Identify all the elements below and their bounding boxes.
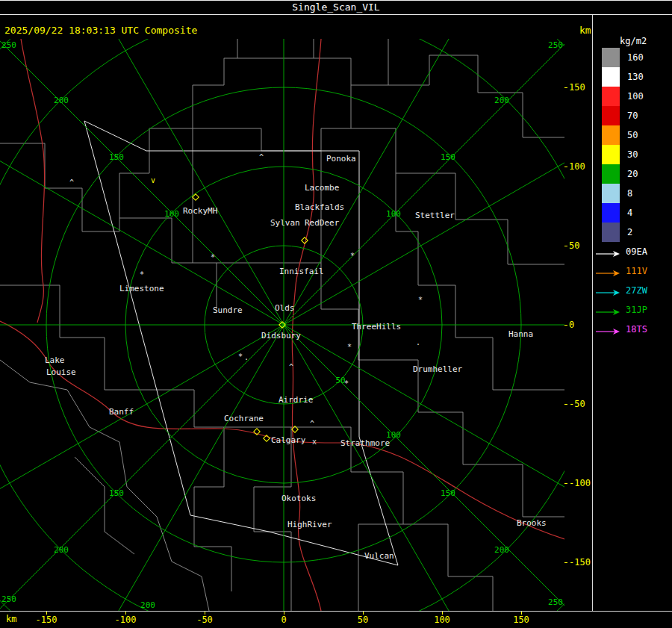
color-swatch: [602, 223, 620, 242]
color-swatch: [602, 48, 620, 67]
town-label-vulcan: Vulcan: [364, 551, 394, 561]
radar-arrow-icon: [594, 325, 621, 339]
range-ring-label: 200: [54, 96, 69, 105]
color-scale-row: 160: [593, 48, 672, 67]
town-label-blackfalds: Blackfalds: [295, 202, 344, 212]
point-marker: ^: [69, 179, 74, 187]
radar-arrow-icon: [594, 305, 621, 320]
color-scale-value: 70: [627, 111, 638, 121]
timestamp: 2025/09/22 18:03:13 UTC Composite: [4, 25, 197, 36]
color-scale-value: 2: [627, 227, 632, 237]
color-scale-row: 50: [593, 125, 672, 145]
range-ring-label: 150: [441, 152, 455, 162]
y-axis-unit-label: km: [579, 25, 591, 36]
range-ring-label: 100: [164, 209, 179, 219]
point-marker: *: [238, 353, 243, 361]
range-ring-label: 200: [494, 96, 509, 105]
town-label-ponoka: Ponoka: [326, 154, 356, 164]
range-ring-label: 250: [1, 594, 16, 604]
point-marker: *: [140, 271, 144, 279]
town-label-drumheller: Drumheller: [413, 364, 462, 374]
town-label-lacombe: Lacombe: [305, 183, 339, 193]
radar-site-row: 09EA: [593, 242, 672, 261]
town-label-cochrane: Cochrane: [224, 414, 264, 423]
point-marker: *: [211, 254, 215, 261]
point-marker: *: [344, 380, 349, 388]
town-label-calgary: Calgary: [271, 435, 305, 445]
y-axis-tick: [564, 404, 567, 405]
y-axis-tick: [564, 87, 567, 88]
color-scale-row: 8: [593, 184, 672, 203]
town-label-highriver: HighRiver: [287, 520, 332, 529]
color-swatch: [602, 203, 620, 223]
window-title: Single_Scan_VIL: [292, 1, 379, 13]
legend-panel: kg/m2 16013010070503020842 09EA111V27ZW3…: [593, 15, 672, 611]
range-ring-label: 100: [386, 209, 401, 219]
y-axis-tick: [564, 562, 567, 563]
y-axis-tick: [564, 167, 567, 167]
right-axis: 150100500-50-100-150: [564, 39, 592, 611]
point-marker: v: [151, 177, 155, 184]
town-label-threehills: ThreeHills: [352, 322, 401, 332]
y-axis-label: 0: [569, 320, 574, 330]
color-scale-row: 70: [593, 106, 672, 125]
town-label-lake: Lake: [45, 355, 65, 365]
color-scale-row: 100: [593, 87, 672, 106]
color-scale-row: 4: [593, 203, 672, 223]
radar-arrow-icon: [594, 247, 621, 261]
point-marker: *: [347, 343, 352, 351]
point-marker: ·: [416, 341, 420, 349]
town-label-strathmore: Strathmore: [340, 438, 390, 448]
town-label-hanna: Hanna: [508, 329, 533, 339]
town-label-banff: Banff: [109, 407, 134, 417]
radar-arrow-icon: [594, 286, 621, 300]
color-scale-value: 100: [627, 91, 644, 102]
color-swatch: [602, 67, 620, 87]
range-ring-label: 200: [54, 545, 69, 555]
radar-site-id: 31JP: [626, 305, 647, 315]
x-axis-label: 50: [358, 615, 368, 625]
point-marker: x: [312, 438, 317, 446]
radar-site-row: 27ZW: [593, 281, 672, 300]
color-scale-value: 50: [627, 130, 638, 140]
x-axis-label: 100: [434, 615, 450, 625]
range-ring-label: 250: [1, 40, 16, 50]
x-axis-unit-label: km: [6, 614, 16, 624]
color-scale-row: 30: [593, 145, 672, 164]
color-scale-row: 20: [593, 164, 672, 184]
color-swatch: [602, 125, 620, 145]
point-marker: ^: [289, 364, 293, 371]
color-swatch: [602, 87, 620, 106]
range-ring-label: 150: [109, 488, 124, 498]
color-scale-value: 20: [627, 169, 638, 179]
y-axis-label: 50: [569, 240, 579, 251]
town-label-olds: Olds: [275, 303, 295, 313]
y-axis-label: -100: [569, 478, 591, 488]
range-ring-label: 200: [140, 600, 155, 610]
range-ring-label: 250: [548, 40, 563, 50]
x-axis-label: -50: [196, 615, 213, 625]
color-swatch: [602, 184, 620, 203]
town-label-sundre: Sundre: [213, 305, 243, 315]
x-axis-label: 0: [281, 615, 286, 625]
x-axis-label: -100: [115, 615, 137, 625]
radar-arrow-icon: [594, 267, 621, 281]
town-label-limestone: Limestone: [119, 284, 164, 293]
y-axis-tick: [564, 483, 567, 484]
point-marker: *: [418, 296, 423, 304]
legend-unit-label: kg/m2: [620, 36, 647, 46]
color-scale-value: 160: [627, 52, 644, 63]
radar-site-id: 27ZW: [626, 285, 647, 296]
radar-site-id: 18TS: [626, 324, 647, 335]
y-axis-label: -50: [569, 399, 585, 409]
radar-site-row: 31JP: [593, 300, 672, 320]
color-scale-value: 4: [627, 208, 632, 218]
color-swatch: [602, 164, 620, 184]
y-axis-tick: [564, 325, 567, 326]
town-label-innisfail: Innisfail: [279, 267, 324, 276]
town-label-stettler: Stettler: [415, 211, 455, 220]
town-label-rockymh: RockyMH: [183, 206, 217, 216]
color-scale-value: 30: [627, 149, 638, 160]
town-label-airdrie: Airdrie: [279, 395, 313, 405]
range-ring-label: 100: [386, 430, 401, 440]
